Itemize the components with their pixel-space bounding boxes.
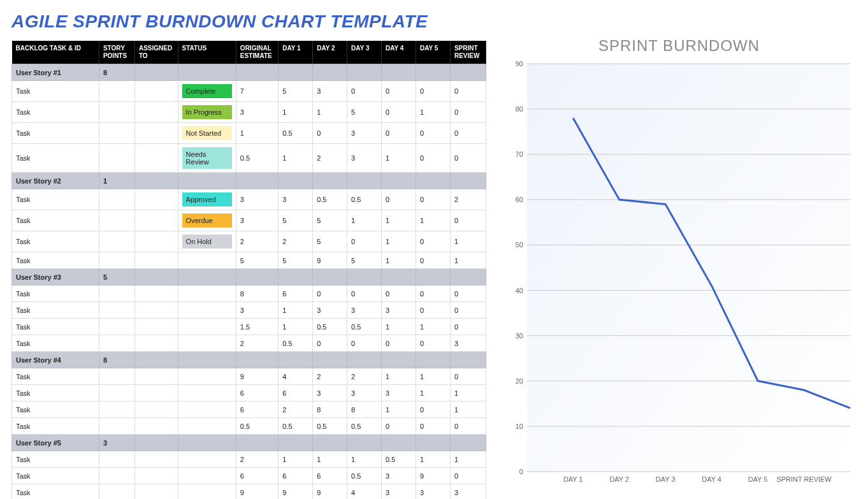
task-row: Task8600000: [12, 286, 486, 302]
status-cell[interactable]: [178, 484, 236, 500]
column-header: DAY 1: [278, 41, 313, 64]
svg-text:20: 20: [516, 377, 523, 385]
status-cell[interactable]: [178, 451, 236, 468]
column-header: SPRINT REVIEW: [450, 41, 486, 64]
task-row: TaskOverdue3551110: [12, 210, 486, 231]
story-row: User Story #18: [12, 64, 486, 81]
chart-container: SPRINT BURNDOWN 0102030405060708090DAY 1…: [502, 37, 857, 491]
task-row: TaskApproved330.50.5002: [12, 189, 486, 210]
burndown-table: BACKLOG TASK & IDSTORY POINTSASSIGNED TO…: [11, 41, 486, 499]
task-row: Task6660.5390: [12, 468, 486, 484]
story-row: User Story #48: [12, 352, 486, 368]
task-row: Task9994333: [12, 484, 486, 500]
status-cell[interactable]: [178, 385, 236, 401]
status-cell[interactable]: Approved: [178, 189, 236, 210]
svg-text:DAY 1: DAY 1: [563, 475, 583, 483]
task-row: Task3133300: [12, 302, 486, 319]
svg-text:50: 50: [516, 241, 523, 249]
task-row: Task5595101: [12, 252, 486, 269]
status-cell[interactable]: [178, 302, 236, 319]
burndown-table-container: BACKLOG TASK & IDSTORY POINTSASSIGNED TO…: [11, 41, 486, 499]
column-header: DAY 5: [416, 41, 450, 64]
column-header: ASSIGNED TO: [134, 41, 178, 64]
svg-text:30: 30: [516, 332, 523, 340]
story-row: User Story #35: [12, 269, 486, 286]
status-cell[interactable]: [178, 286, 236, 302]
chart-title: SPRINT BURNDOWN: [502, 37, 857, 55]
column-header: DAY 3: [347, 41, 382, 64]
svg-text:DAY 4: DAY 4: [702, 475, 721, 483]
status-cell[interactable]: [178, 368, 236, 385]
column-header: STORY POINTS: [99, 41, 134, 64]
task-row: TaskNot Started10.503000: [12, 123, 486, 144]
story-row: User Story #53: [12, 435, 486, 451]
status-cell[interactable]: Overdue: [178, 210, 236, 231]
status-cell[interactable]: [178, 401, 236, 418]
burndown-chart: 0102030405060708090DAY 1DAY 2DAY 3DAY 4D…: [502, 57, 857, 491]
task-row: Task20.500003: [12, 335, 486, 352]
status-cell[interactable]: [178, 468, 236, 484]
task-row: TaskIn Progress3115010: [12, 102, 486, 123]
column-header: BACKLOG TASK & ID: [12, 41, 99, 64]
task-row: TaskNeeds Review0.5123100: [12, 144, 486, 173]
story-row: User Story #21: [12, 173, 486, 189]
status-cell[interactable]: Needs Review: [178, 144, 236, 173]
task-row: Task6288101: [12, 401, 486, 418]
status-cell[interactable]: Complete: [178, 81, 236, 102]
task-row: Task21110.511: [12, 451, 486, 468]
column-header: DAY 2: [313, 41, 347, 64]
svg-text:80: 80: [516, 105, 523, 113]
svg-text:SPRINT REVIEW: SPRINT REVIEW: [777, 475, 832, 483]
status-cell[interactable]: On Hold: [178, 231, 236, 252]
svg-text:DAY 3: DAY 3: [656, 475, 676, 483]
task-row: TaskComplete7530000: [12, 81, 486, 102]
column-header: DAY 4: [382, 41, 416, 64]
task-row: Task0.50.50.50.5000: [12, 418, 486, 435]
status-cell[interactable]: [178, 335, 236, 352]
column-header: STATUS: [178, 41, 236, 64]
status-cell[interactable]: In Progress: [178, 102, 236, 123]
svg-rect-0: [527, 64, 850, 472]
page-title: AGILE SPRINT BURNDOWN CHART TEMPLATE: [11, 11, 857, 32]
svg-text:60: 60: [516, 196, 523, 203]
task-row: Task9422110: [12, 368, 486, 385]
status-cell[interactable]: [178, 319, 236, 335]
svg-text:70: 70: [516, 150, 523, 158]
svg-text:40: 40: [516, 287, 523, 294]
task-row: TaskOn Hold2250101: [12, 231, 486, 252]
task-row: Task1.510.50.5110: [12, 319, 486, 335]
task-row: Task6633311: [12, 385, 486, 401]
svg-text:DAY 5: DAY 5: [748, 475, 768, 483]
svg-text:0: 0: [519, 468, 523, 475]
svg-text:90: 90: [516, 60, 523, 68]
status-cell[interactable]: Not Started: [178, 123, 236, 144]
status-cell[interactable]: [178, 418, 236, 435]
svg-text:10: 10: [516, 423, 523, 430]
status-cell[interactable]: [178, 252, 236, 269]
svg-text:DAY 2: DAY 2: [609, 475, 629, 483]
column-header: ORIGINAL ESTIMATE: [236, 41, 278, 64]
